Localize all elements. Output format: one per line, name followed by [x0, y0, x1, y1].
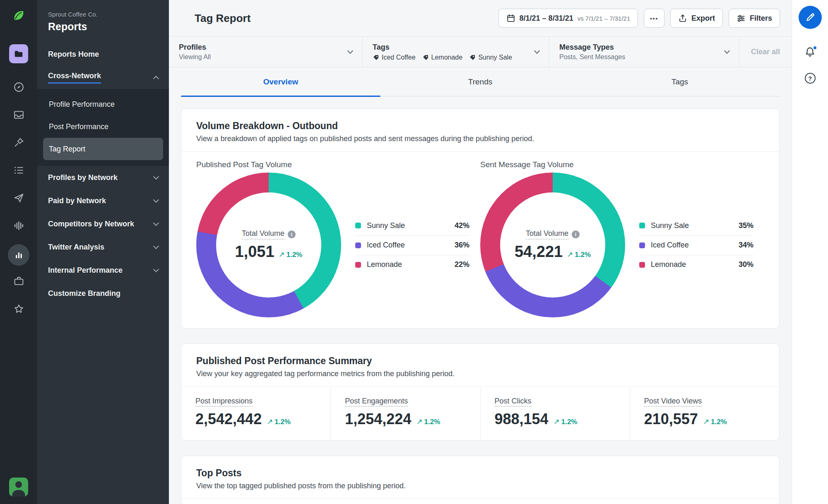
- export-button[interactable]: Export: [670, 9, 723, 28]
- donut-center: Total Volume 54,221 ↗ 1.2%: [500, 192, 605, 298]
- legend-value: 35%: [739, 221, 753, 230]
- briefcase-icon[interactable]: [8, 272, 29, 290]
- delta-value: 1.2%: [561, 418, 578, 426]
- sidebar-group-cross-network[interactable]: Cross-Network: [37, 66, 169, 89]
- legend-swatch: [355, 223, 361, 228]
- metric-post-impressions: Post Impressions 2,542,442 ↗ 1.2%: [181, 387, 330, 440]
- tab-trends[interactable]: Trends: [380, 67, 580, 96]
- sidebar-item-customize-branding[interactable]: Customize Branding: [37, 282, 169, 305]
- sidebar-item-label: Tag Report: [49, 145, 85, 154]
- sidebar-item-label: Reports Home: [48, 50, 99, 59]
- sidebar-item-post-performance[interactable]: Post Performance: [43, 115, 163, 138]
- sidebar-group-paid-by-network[interactable]: Paid by Network: [37, 189, 169, 212]
- folder-icon[interactable]: [8, 44, 29, 64]
- metric-post-engagements: Post Engagements 1,254,224 ↗ 1.2%: [330, 387, 480, 440]
- chart-legend: Sunny Sale 42% Iced Coffee 36%: [355, 216, 469, 274]
- metric-value: 210,557: [644, 410, 698, 428]
- tag-chip-label: Iced Coffee: [382, 54, 416, 61]
- page-title: Tag Report: [195, 12, 250, 25]
- legend-row[interactable]: Iced Coffee 36%: [355, 235, 469, 255]
- send-icon[interactable]: [8, 189, 29, 207]
- report-content: Volume Breakdown - Outbound View a break…: [169, 96, 792, 504]
- legend-label: Sunny Sale: [367, 221, 455, 230]
- reports-chart-icon[interactable]: [8, 244, 29, 266]
- sidebar-group-competitors-by-network[interactable]: Competitors by Network: [37, 212, 169, 235]
- tag-icon: [422, 54, 429, 61]
- legend-row[interactable]: Iced Coffee 34%: [639, 235, 753, 255]
- trend-up-icon: ↗: [703, 417, 709, 426]
- sidebar-group-twitter-analysis[interactable]: Twitter Analysis: [37, 235, 169, 259]
- waveform-icon[interactable]: [8, 216, 29, 235]
- legend-row[interactable]: Lemonade 30%: [639, 255, 753, 274]
- sidebar-group-label: Internal Performance: [48, 266, 123, 275]
- sidebar-item-tag-report[interactable]: Tag Report: [43, 138, 163, 160]
- filters-button[interactable]: Filters: [729, 9, 780, 28]
- card-title: Top Posts: [196, 468, 764, 479]
- card-header: Volume Breakdown - Outbound View a break…: [181, 109, 779, 152]
- compass-icon[interactable]: [8, 78, 29, 96]
- sidebar-group-profiles-by-network[interactable]: Profiles by Network: [37, 166, 169, 189]
- tab-tags[interactable]: Tags: [580, 67, 780, 96]
- sidebar-item-profile-performance[interactable]: Profile Performance: [43, 93, 163, 115]
- tags-filter[interactable]: Tags Iced Coffee Lemonade Sunny Sale: [363, 37, 549, 67]
- chevron-down-icon: [153, 220, 159, 226]
- tab-overview[interactable]: Overview: [181, 67, 380, 96]
- metric-label[interactable]: Post Video Views: [644, 397, 702, 407]
- more-options-button[interactable]: •••: [644, 9, 664, 28]
- report-tabs: Overview Trends Tags: [181, 67, 780, 96]
- sidebar-group-internal-performance[interactable]: Internal Performance: [37, 259, 169, 282]
- sent-message-donut[interactable]: Total Volume 54,221 ↗ 1.2%: [480, 173, 625, 317]
- help-button[interactable]: [805, 73, 816, 84]
- chevron-down-icon: [534, 48, 540, 54]
- metric-label[interactable]: Post Engagements: [345, 397, 408, 407]
- published-post-donut[interactable]: Total Volume 1,051 ↗ 1.2%: [196, 173, 341, 317]
- metric-label[interactable]: Post Clicks: [495, 397, 532, 407]
- sidebar-item-reports-home[interactable]: Reports Home: [37, 43, 169, 66]
- export-label: Export: [691, 14, 715, 23]
- sidebar-group-label: Cross-Network: [48, 72, 101, 84]
- trend-delta: ↗ 1.2%: [267, 417, 291, 426]
- filters-label: Filters: [750, 14, 772, 23]
- info-icon[interactable]: [288, 230, 296, 238]
- donut-center: Total Volume 1,051 ↗ 1.2%: [216, 192, 321, 298]
- legend-row[interactable]: Sunny Sale 42%: [355, 216, 469, 235]
- trend-up-icon: ↗: [279, 250, 285, 259]
- sidebar-item-label: Post Performance: [49, 122, 108, 131]
- legend-row[interactable]: Sunny Sale 35%: [639, 216, 753, 235]
- chevron-down-icon: [153, 197, 159, 202]
- message-types-filter[interactable]: Message Types Posts, Sent Messages: [549, 37, 739, 67]
- pin-icon[interactable]: [8, 133, 29, 151]
- chevron-up-icon: [153, 76, 159, 82]
- delta-value: 1.2%: [424, 418, 440, 426]
- tag-chip: Iced Coffee: [373, 54, 416, 61]
- metric-value: 988,154: [495, 410, 549, 428]
- performance-summary-card: Published Post Performance Summary View …: [181, 343, 780, 441]
- chart-label: Published Post Tag Volume: [196, 160, 480, 169]
- header-actions: 8/1/21 – 8/31/21 vs 7/1/21 – 7/31/21 •••…: [498, 9, 780, 28]
- volume-breakdown-card: Volume Breakdown - Outbound View a break…: [181, 108, 780, 329]
- sprout-logo-icon[interactable]: [10, 7, 28, 25]
- notifications-button[interactable]: [804, 46, 816, 59]
- trend-up-icon: ↗: [554, 417, 560, 426]
- list-icon[interactable]: [8, 161, 29, 179]
- info-icon[interactable]: [572, 230, 580, 238]
- tag-chip: Sunny Sale: [469, 54, 512, 61]
- metric-label[interactable]: Post Impressions: [195, 397, 253, 407]
- legend-value: 42%: [455, 221, 469, 230]
- clear-all-button[interactable]: Clear all: [749, 47, 782, 57]
- legend-label: Sunny Sale: [651, 221, 739, 230]
- legend-row[interactable]: Lemonade 22%: [355, 255, 469, 274]
- inbox-icon[interactable]: [8, 106, 29, 124]
- star-icon[interactable]: [8, 300, 29, 318]
- compose-button[interactable]: [799, 6, 822, 29]
- notification-dot: [813, 46, 817, 50]
- legend-swatch: [639, 262, 645, 268]
- sidebar-item-label: Customize Branding: [48, 289, 120, 298]
- sidebar-nav: Reports Home Cross-Network Profile Perfo…: [37, 39, 169, 305]
- donut-charts-row: Published Post Tag Volume Total Volume: [181, 152, 779, 328]
- active-icon-background: [8, 244, 29, 266]
- profiles-filter[interactable]: Profiles Viewing All: [169, 37, 363, 67]
- user-avatar[interactable]: [9, 478, 28, 497]
- app-window: Sprout Coffee Co. Reports Reports Home C…: [0, 0, 828, 504]
- date-range-button[interactable]: 8/1/21 – 8/31/21 vs 7/1/21 – 7/31/21: [498, 9, 638, 28]
